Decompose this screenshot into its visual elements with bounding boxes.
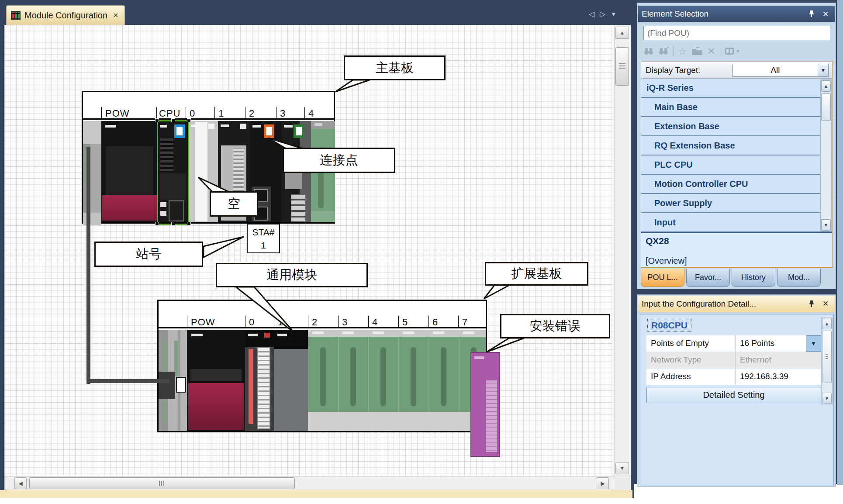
find-pou-input[interactable] <box>643 26 830 40</box>
close-panel-icon[interactable]: ✕ <box>820 299 831 308</box>
display-target-value: All <box>733 66 818 75</box>
h-scroll-thumb[interactable] <box>29 477 295 489</box>
ext-slot-label-4: 4 <box>368 316 398 327</box>
points-of-empty-label: Points of Empty <box>646 335 736 352</box>
ext-slot-label-7: 7 <box>458 316 486 327</box>
detail-scroll-thumb[interactable] <box>822 331 832 383</box>
v-scroll-thumb[interactable] <box>615 47 629 86</box>
slot2-connection-point[interactable] <box>264 124 274 138</box>
extension-cable-horizontal <box>86 379 169 383</box>
canvas-grid[interactable]: POW CPU 0 1 2 3 4 <box>4 25 613 476</box>
find-next-icon[interactable] <box>658 47 669 55</box>
status-strip <box>0 490 632 498</box>
element-selection-titlebar: Element Selection ✕ <box>638 6 835 22</box>
find-icon[interactable] <box>643 47 654 55</box>
gx-works3-window: Module Configuration × ◁ ▷ ▼ POW CPU 0 1… <box>0 0 843 504</box>
callout-empty: 空 <box>210 191 258 217</box>
points-dropdown-icon[interactable]: ▼ <box>806 335 821 352</box>
display-target-dropdown[interactable]: All ▼ <box>732 64 829 77</box>
module-list-icon[interactable]: ▼ <box>725 47 740 55</box>
detailed-setting-button[interactable]: Detailed Setting <box>646 387 821 403</box>
slot3-connection-point[interactable] <box>294 124 304 138</box>
list-item-motion-controller-cpu[interactable]: Motion Controller CPU <box>641 175 832 194</box>
list-scroll-thumb[interactable] <box>821 93 831 121</box>
station-value: 1 <box>248 239 279 252</box>
tab-pou-list[interactable]: POU L... <box>641 269 684 287</box>
module-name-link[interactable]: R08CPU <box>647 319 691 332</box>
list-scroll-up-icon[interactable]: ▲ <box>821 80 831 92</box>
extension-base[interactable]: POW 0 1 2 3 4 5 6 7 <box>157 300 487 432</box>
scroll-left-icon[interactable]: ◀ <box>14 477 27 489</box>
favorites-star-icon[interactable]: ☆ <box>678 45 687 57</box>
ip-address-value: 192.168.3.39 <box>736 369 821 385</box>
main-power-module[interactable] <box>101 121 158 222</box>
list-item-input[interactable]: Input <box>641 213 832 232</box>
points-of-empty-row[interactable]: Points of Empty 16 Points ▼ <box>646 335 821 352</box>
configuration-detail-body: R08CPU Points of Empty 16 Points ▼ Netwo… <box>640 314 834 485</box>
list-item-iqr-series[interactable]: iQ-R Series <box>641 79 832 98</box>
canvas-vertical-scrollbar[interactable]: ▲ ▼ <box>614 25 630 476</box>
element-selection-toolbar: ☆ ✕ ▼ <box>643 44 830 59</box>
slot-label-2: 2 <box>245 107 276 118</box>
close-panel-icon[interactable]: ✕ <box>820 10 831 19</box>
slot-label-1: 1 <box>214 107 245 118</box>
ext-slot0-module[interactable] <box>245 330 274 431</box>
ext-slot-label-5: 5 <box>398 316 428 327</box>
tab-close-icon[interactable]: × <box>113 10 118 20</box>
tab-module[interactable]: Mod... <box>777 269 821 287</box>
slot-label-cpu: CPU <box>156 107 186 118</box>
element-selection-tabs: POU L... Favor... History Mod... <box>641 269 821 287</box>
configuration-detail-panel: Input the Configuration Detail... ✕ R08C… <box>637 294 836 487</box>
ext-slot-label-6: 6 <box>428 316 458 327</box>
list-item-power-supply[interactable]: Power Supply <box>641 194 832 213</box>
detail-scroll-down-icon[interactable]: ▼ <box>822 393 832 404</box>
scroll-tabs-left-icon[interactable]: ◁ <box>589 10 594 19</box>
extension-base-slot-labels: POW 0 1 2 3 4 5 6 7 <box>159 316 486 328</box>
main-base-header <box>83 92 334 107</box>
callout-installation-error: 安装错误 <box>500 314 610 338</box>
pin-icon[interactable] <box>808 300 820 307</box>
tab-list-dropdown-icon[interactable]: ▼ <box>611 11 616 17</box>
tab-module-configuration[interactable]: Module Configuration × <box>6 5 125 25</box>
scroll-right-icon[interactable]: ▶ <box>597 477 609 489</box>
scroll-down-icon[interactable]: ▼ <box>615 462 629 474</box>
chevron-down-icon[interactable]: ▼ <box>818 64 828 76</box>
module-configuration-icon <box>11 11 21 20</box>
network-type-value: Ethernet <box>736 352 821 368</box>
add-folder-icon[interactable] <box>691 47 703 55</box>
list-item-rq-extension-base[interactable]: RQ Extension Base <box>641 136 832 155</box>
slot-label-0: 0 <box>186 107 214 118</box>
main-base-slot-labels: POW CPU 0 1 2 3 4 <box>83 107 334 120</box>
list-scrollbar[interactable]: ▲ ▼ <box>820 79 832 231</box>
extension-base-header <box>159 301 486 316</box>
tab-favorites[interactable]: Favor... <box>686 269 730 287</box>
selected-element-info[interactable]: QX28 [Overview] <box>641 232 832 267</box>
pin-icon[interactable] <box>808 10 820 17</box>
ext-slot1-generic-module[interactable] <box>274 330 308 431</box>
detail-scrollbar[interactable]: ▲ ▼ <box>821 317 833 404</box>
ext-slot-label-pow: POW <box>187 316 245 327</box>
callout-station-number: 站号 <box>94 242 203 267</box>
ip-address-row[interactable]: IP Address 192.168.3.39 <box>646 369 821 385</box>
error-module[interactable] <box>470 352 500 457</box>
canvas-horizontal-scrollbar[interactable]: ◀ ▶ <box>4 476 614 490</box>
cpu-module-r08cpu[interactable] <box>158 121 188 222</box>
scroll-tabs-right-icon[interactable]: ▷ <box>600 10 605 19</box>
list-item-plc-cpu[interactable]: PLC CPU <box>641 155 832 175</box>
extension-cable-vertical <box>86 147 90 384</box>
tab-history[interactable]: History <box>732 269 775 287</box>
element-category-list: iQ-R Series Main Base Extension Base RQ … <box>641 79 832 232</box>
list-item-main-base[interactable]: Main Base <box>641 98 832 117</box>
ext-power-module[interactable] <box>187 330 245 431</box>
ext-slot-label-3: 3 <box>338 316 368 327</box>
list-item-extension-base[interactable]: Extension Base <box>641 117 832 136</box>
delete-icon[interactable]: ✕ <box>707 45 715 57</box>
scroll-up-icon[interactable]: ▲ <box>615 27 629 39</box>
ip-address-label: IP Address <box>646 369 736 385</box>
cpu-connection-point-selected[interactable] <box>174 124 185 138</box>
main-base-left-strip <box>83 121 101 222</box>
list-scroll-down-icon[interactable]: ▼ <box>821 219 831 231</box>
ext-slots2-7-empty[interactable] <box>308 330 486 431</box>
detail-scroll-up-icon[interactable]: ▲ <box>822 318 832 329</box>
selected-element-name: QX28 <box>646 236 669 246</box>
